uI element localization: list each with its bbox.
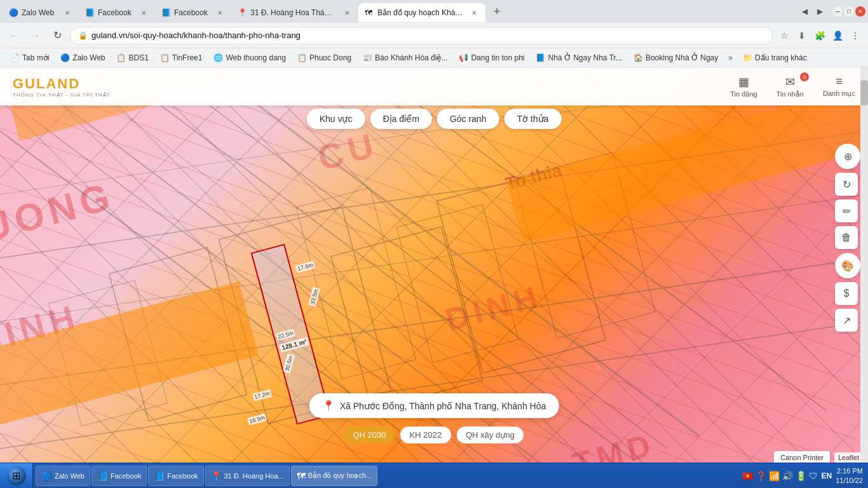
tab-scroll-right[interactable]: ▶ bbox=[812, 4, 827, 19]
taskbar-fb1-icon: 📘 bbox=[97, 471, 108, 481]
guland-logo: GULAND THÔNG TIN THẬT - GIÁ TRỊ THẬT bbox=[13, 76, 111, 98]
danh-muc-icon: ≡ bbox=[836, 75, 843, 88]
address-url: guland.vn/soi-quy-hoach/khanh-hoa/thanh-… bbox=[92, 30, 764, 40]
tab-fb2[interactable]: 📘 Facebook ✕ bbox=[155, 3, 231, 22]
share-button[interactable]: ↗ bbox=[835, 309, 858, 332]
sys-icons: 🇻🇳 ❓ 📶 🔊 🔋 🛡 bbox=[742, 471, 818, 481]
window-maximize[interactable]: □ bbox=[844, 6, 854, 17]
fb1-favicon: 📘 bbox=[85, 8, 94, 17]
tab-maps-label: 31 Đ. Hoàng Hoa Thám đến P... bbox=[250, 8, 338, 17]
draw-button[interactable]: ✏ bbox=[835, 200, 858, 222]
tag-kh2022[interactable]: KH 2022 bbox=[400, 426, 451, 444]
delete-button[interactable]: 🗑 bbox=[835, 226, 858, 249]
browser-window: 🔵 Zalo Web ✕ 📘 Facebook ✕ 📘 Facebook ✕ 📍… bbox=[0, 0, 868, 488]
bookmarks-more[interactable]: » bbox=[724, 53, 736, 62]
bookmark-dau-trang-khac[interactable]: 📁 Dấu trang khác bbox=[738, 51, 812, 65]
filter-to-thua[interactable]: Tờ thửa bbox=[504, 109, 561, 129]
location-icon: 📍 bbox=[322, 400, 335, 412]
filter-khu-vuc[interactable]: Khu vực bbox=[307, 109, 365, 129]
refresh-button[interactable]: ↻ bbox=[835, 173, 858, 196]
tab-fb1-close[interactable]: ✕ bbox=[139, 8, 149, 18]
tab-zalo[interactable]: 🔵 Zalo Web ✕ bbox=[3, 3, 79, 22]
taskbar-zalo-label: Zalo Web bbox=[55, 472, 85, 480]
menu-icon[interactable]: ⋮ bbox=[848, 28, 863, 43]
bookmark-zalo[interactable]: 🔵 Zalo Web bbox=[55, 51, 110, 65]
bookmark-dang-tin-label: Dang tin ton phi bbox=[471, 53, 524, 62]
tab-maps-close[interactable]: ✕ bbox=[342, 8, 352, 18]
taskbar-guland-label: Bản đồ quy hoạch... bbox=[308, 471, 372, 480]
network-icon: 📶 bbox=[769, 471, 780, 481]
tag-qh-xay-dung[interactable]: QH xây dựng bbox=[456, 426, 524, 444]
filter-bar: Khu vực Địa điểm Góc ranh Tờ thửa bbox=[307, 109, 562, 129]
profile-icon[interactable]: 👤 bbox=[830, 28, 845, 43]
bookmark-bao-khanh-hoa-label: Báo Khánh Hòa điệ... bbox=[375, 53, 447, 62]
bookmark-web-thuong-label: Web thuong dang bbox=[226, 53, 286, 62]
window-close[interactable]: ✕ bbox=[855, 6, 865, 17]
clock-date: 11/10/22 bbox=[836, 476, 863, 485]
start-button[interactable]: ⊞ bbox=[0, 463, 33, 489]
tag-qh2030[interactable]: QH 2030 bbox=[344, 426, 395, 444]
address-box[interactable]: 🔒 guland.vn/soi-quy-hoach/khanh-hoa/than… bbox=[70, 27, 773, 44]
reload-button[interactable]: ↻ bbox=[48, 27, 66, 44]
bookmark-tab-moi[interactable]: 📄 Tab mới bbox=[5, 51, 54, 65]
bookmark-web-thuong[interactable]: 🌐 Web thuong dang bbox=[208, 51, 291, 65]
tab-maps[interactable]: 📍 31 Đ. Hoàng Hoa Thám đến P... ✕ bbox=[231, 3, 358, 22]
filter-goc-ranh[interactable]: Góc ranh bbox=[437, 109, 499, 129]
tin-nhan-badge: 0 bbox=[800, 72, 809, 81]
toolbar-icons: ☆ ⬇ 🧩 👤 ⋮ bbox=[776, 28, 863, 43]
guland-nav: ▦ Tin đăng ✉ 0 Tin nhắn ≡ Danh mục bbox=[730, 75, 855, 98]
address-bar-row: ← → ↻ 🔒 guland.vn/soi-quy-hoach/khanh-ho… bbox=[0, 23, 868, 48]
volume-icon: 🔊 bbox=[782, 471, 793, 481]
nav-tin-nhan[interactable]: ✉ 0 Tin nhắn bbox=[776, 75, 804, 98]
save-icon[interactable]: ⬇ bbox=[794, 28, 810, 43]
bookmark-phuoc-dong[interactable]: 📋 Phuoc Dong bbox=[292, 51, 356, 65]
taskbar-fb1-label: Facebook bbox=[111, 472, 141, 480]
taskbar-sys: 🇻🇳 ❓ 📶 🔊 🔋 🛡 EN 2:16 PM 11/10/22 bbox=[737, 466, 869, 485]
new-tab-button[interactable]: + bbox=[488, 3, 506, 20]
map-canvas[interactable] bbox=[0, 67, 868, 488]
taskbar-zalo[interactable]: 🔵 Zalo Web bbox=[36, 466, 90, 486]
bookmark-tinfree-label: TinFree1 bbox=[172, 53, 203, 62]
forward-button[interactable]: → bbox=[27, 27, 44, 44]
right-panel: ⊕ ↻ ✏ 🗑 🎨 $ ↗ bbox=[835, 144, 860, 332]
tab-zalo-close[interactable]: ✕ bbox=[62, 8, 72, 18]
taskbar-fb1[interactable]: 📘 Facebook bbox=[92, 466, 147, 486]
taskbar-guland[interactable]: 🗺 Bản đồ quy hoạch... bbox=[291, 466, 378, 486]
clock-time: 2:16 PM bbox=[836, 466, 863, 475]
filter-dia-diem[interactable]: Địa điểm bbox=[370, 109, 431, 129]
tab-fb1[interactable]: 📘 Facebook ✕ bbox=[79, 3, 155, 22]
taskbar-maps[interactable]: 📍 31 Đ. Hoàng Hoa... bbox=[205, 466, 290, 486]
tab-guland-close[interactable]: ✕ bbox=[469, 8, 479, 18]
scrollbar-thumb[interactable] bbox=[860, 80, 868, 105]
bookmark-booking[interactable]: 🏠 Booking Nhà Ở Ngay bbox=[628, 51, 723, 65]
guland-logo-tagline: THÔNG TIN THẬT - GIÁ TRỊ THẬT bbox=[13, 92, 111, 98]
bottom-tags: QH 2030 KH 2022 QH xây dựng bbox=[344, 426, 524, 444]
bookmark-tinfree[interactable]: 📋 TinFree1 bbox=[155, 51, 208, 65]
danh-muc-label: Danh mục bbox=[823, 90, 855, 98]
tab-scroll-left[interactable]: ◀ bbox=[797, 4, 812, 19]
main-content: DUONG BINH CU DINH TMD To thia bbox=[0, 67, 868, 488]
back-button[interactable]: ← bbox=[5, 27, 23, 44]
bookmark-star-icon[interactable]: ☆ bbox=[776, 28, 792, 43]
taskbar-maps-label: 31 Đ. Hoàng Hoa... bbox=[224, 472, 284, 480]
guland-logo-name: GULAND bbox=[13, 76, 111, 92]
sys-lang: EN bbox=[822, 471, 832, 480]
bookmark-nha-o-ngay[interactable]: 📘 Nhà Ở Ngay Nha Tr... bbox=[531, 51, 627, 65]
bookmark-dang-tin[interactable]: 📢 Dang tin ton phi bbox=[454, 51, 529, 65]
price-button[interactable]: $ bbox=[835, 282, 858, 305]
bookmark-bao-khanh-hoa[interactable]: 📰 Báo Khánh Hòa điệ... bbox=[358, 51, 452, 65]
guland-favicon: 🗺 bbox=[365, 8, 374, 17]
taskbar-fb2[interactable]: 📘 Facebook bbox=[148, 466, 203, 486]
scrollbar-right[interactable] bbox=[860, 67, 868, 463]
nav-danh-muc[interactable]: ≡ Danh mục bbox=[823, 75, 855, 98]
extension-icon[interactable]: 🧩 bbox=[812, 28, 827, 43]
window-minimize[interactable]: ─ bbox=[832, 6, 843, 17]
bookmark-bds1[interactable]: 📋 BDS1 bbox=[111, 51, 153, 65]
style-button[interactable]: 🎨 bbox=[835, 253, 860, 278]
antivirus-icon: 🛡 bbox=[809, 471, 818, 481]
nav-tin-dang[interactable]: ▦ Tin đăng bbox=[730, 75, 757, 98]
tab-fb2-close[interactable]: ✕ bbox=[215, 8, 225, 18]
maps-favicon: 📍 bbox=[238, 8, 247, 17]
tab-guland[interactable]: 🗺 Bản đồ quy hoạch Khánh Hòa... ✕ bbox=[358, 3, 485, 22]
compass-button[interactable]: ⊕ bbox=[835, 144, 860, 169]
